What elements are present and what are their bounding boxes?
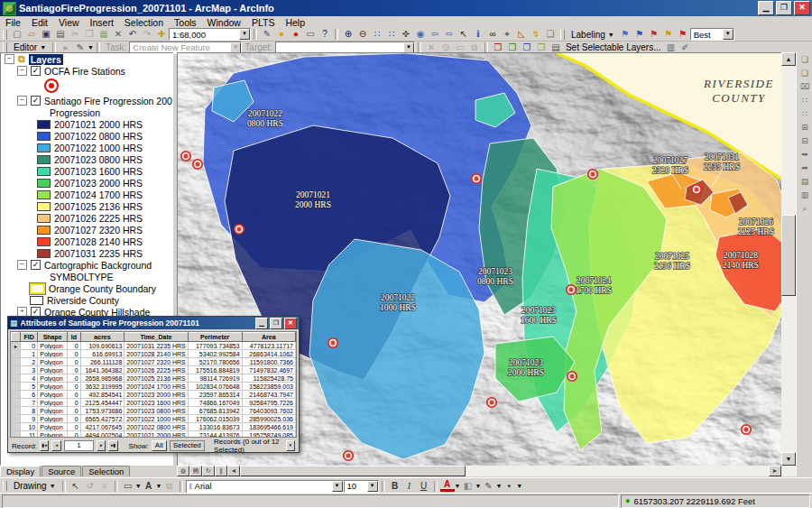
label-engine-dropdown-icon[interactable]: ▼	[723, 29, 734, 40]
legend-swatch[interactable]	[37, 226, 51, 235]
text-dropdown-icon[interactable]: ▼	[156, 483, 162, 489]
label-manager-button[interactable]: ⚑	[618, 29, 632, 41]
pan-button[interactable]: ✜	[399, 29, 413, 41]
column-header-time_date[interactable]: Time_Date	[125, 333, 188, 342]
show-selected-button[interactable]: Selected	[170, 440, 205, 451]
row-selector[interactable]	[12, 366, 21, 374]
table-cell[interactable]: 115825428.75	[242, 374, 295, 383]
labeling-menu-button[interactable]: Labeling▼	[567, 30, 618, 40]
table-cell[interactable]: Polygon	[38, 358, 68, 366]
table-cell[interactable]: 0	[68, 342, 81, 350]
toc-item-symbol[interactable]	[1, 77, 172, 95]
toc-item-20071025-2136-hrs[interactable]: 20071025 2136 HRS	[1, 200, 172, 212]
table-cell[interactable]: 0	[68, 350, 81, 358]
toc-tab-display[interactable]: Display	[0, 466, 41, 476]
record-number-input[interactable]: 1	[64, 440, 94, 451]
fire-station-marker[interactable]	[588, 170, 597, 179]
plts-right-tool-button-4[interactable]: ∷	[798, 94, 812, 106]
table-cell[interactable]: 98114.726919	[188, 374, 242, 383]
go-to-xy-button[interactable]: ⌖	[500, 29, 514, 41]
new-shape-button[interactable]: ▭	[121, 480, 135, 492]
table-cell[interactable]: 20071028 2140 HRS	[125, 350, 188, 358]
new-rectangle-button[interactable]: ▭	[303, 29, 318, 41]
toc-item-20071031-2235-hrs[interactable]: 20071031 2235 HRS	[1, 247, 172, 259]
table-cell[interactable]: Polygon	[38, 383, 68, 391]
toc-tab-selection[interactable]: Selection	[82, 466, 130, 476]
map-vertical-scrollbar[interactable]: ▲ ▼	[781, 52, 796, 476]
plts-right-tool-button-12[interactable]: ⌕	[798, 202, 812, 215]
table-cell[interactable]: 0	[68, 407, 81, 415]
column-header-shape[interactable]: Shape	[38, 333, 68, 342]
lock-labels-button[interactable]: ⚑	[661, 29, 676, 41]
table-cell[interactable]: 76403093.7602	[242, 407, 295, 415]
table-cell[interactable]: 92584795.7226	[242, 399, 295, 407]
map-horizontal-scrollbar[interactable]: ◍ ▤ ↻ ∥ ◄ ►	[177, 466, 781, 476]
table-cell[interactable]: 616.69913	[80, 350, 125, 358]
font-color-dropdown-icon[interactable]: ▼	[455, 483, 461, 489]
save-button[interactable]: ▣	[39, 29, 53, 41]
toc-item-20071026-2225-hrs[interactable]: 20071026 2225 HRS	[1, 212, 172, 224]
toc-item-20071023-0800-hrs[interactable]: 20071023 0800 HRS	[1, 153, 172, 165]
last-record-button[interactable]: ▸▮	[108, 440, 117, 451]
toc-item-symboltype[interactable]: SYMBOLTYPE	[1, 271, 172, 282]
font-dropdown-icon[interactable]: ▼	[332, 481, 343, 492]
legend-swatch[interactable]	[37, 143, 51, 152]
toc-item-20071024-1700-hrs[interactable]: 20071024 1700 HRS	[1, 189, 172, 200]
whats-this-button[interactable]: ?	[318, 29, 332, 41]
table-cell[interactable]: 4	[21, 374, 38, 383]
forward-extent-button[interactable]: ⇨	[442, 29, 457, 41]
toc-item-cartographic-background[interactable]: −✓Cartographic Background	[1, 259, 172, 271]
legend-swatch[interactable]	[37, 167, 51, 176]
menu-selection[interactable]: Selection	[119, 17, 169, 28]
toc-item-20071027-2320-hrs[interactable]: 20071027 2320 HRS	[1, 224, 172, 236]
undo-button[interactable]: ↶	[125, 29, 140, 41]
table-cell[interactable]: 20071022 1000 HRS	[125, 415, 188, 423]
table-cell[interactable]: 133016.83673	[188, 423, 242, 431]
scroll-up-icon[interactable]: ▲	[781, 52, 796, 66]
label-priority-ranking-button[interactable]: ⚑	[632, 29, 647, 41]
fire-station-marker[interactable]	[487, 398, 496, 407]
table-cell[interactable]: 26863414.1062	[242, 350, 295, 358]
scroll-right-icon[interactable]: ►	[769, 466, 781, 476]
expander-icon[interactable]: −	[17, 96, 27, 106]
menu-plts[interactable]: PLTS	[246, 17, 280, 28]
table-cell[interactable]: 20071027 2320 HRS	[125, 358, 188, 366]
menu-view[interactable]: View	[53, 17, 85, 28]
table-cell[interactable]: 0	[68, 391, 81, 399]
table-cell[interactable]: 11	[21, 431, 38, 439]
plts-right-tool-button-5[interactable]: ∷	[798, 107, 812, 120]
column-header-area[interactable]: Area	[242, 333, 295, 342]
toc-item-20071021-2000-hrs[interactable]: 20071021 2000 HRS	[1, 118, 172, 130]
toc-tab-source[interactable]: Source	[42, 466, 81, 476]
fill-color-dropdown-icon[interactable]: ▼	[475, 483, 481, 489]
table-cell[interactable]: 0	[68, 399, 81, 407]
table-cell[interactable]: 6565.427572	[80, 415, 125, 423]
table-cell[interactable]: 0	[68, 374, 81, 383]
table-cell[interactable]: 4217.067645	[80, 423, 125, 431]
zoom-out-button[interactable]: ⊖	[355, 29, 370, 41]
toolbar-grip[interactable]	[3, 30, 7, 40]
row-selector[interactable]	[12, 399, 21, 407]
table-cell[interactable]: 52170.780656	[188, 358, 242, 366]
legend-swatch[interactable]	[37, 202, 51, 211]
legend-swatch[interactable]	[37, 120, 51, 129]
plts-right-tool-button-1[interactable]: ❏	[798, 53, 812, 66]
row-selector[interactable]	[12, 431, 21, 439]
table-cell[interactable]: Polygon	[38, 407, 68, 415]
layer-checkbox[interactable]: ✓	[31, 260, 41, 270]
row-selector[interactable]: ▸	[12, 342, 21, 350]
row-selector[interactable]	[12, 423, 21, 431]
table-options-icon[interactable]: ▾	[286, 440, 295, 451]
underline-button[interactable]: U	[417, 480, 431, 492]
editor-menu-button[interactable]: Editor▼	[10, 42, 50, 52]
table-cell[interactable]: Polygon	[38, 423, 68, 431]
italic-button[interactable]: I	[402, 480, 417, 492]
fire-station-marker[interactable]	[472, 174, 481, 183]
shape-dropdown-icon[interactable]: ▼	[135, 483, 142, 489]
add-data-button[interactable]: ✚	[154, 29, 169, 41]
table-cell[interactable]: Polygon	[38, 399, 68, 407]
font-size-dropdown-icon[interactable]: ▼	[367, 481, 378, 492]
layout-view-button[interactable]: ▤	[189, 466, 202, 476]
fire-station-marker[interactable]	[235, 225, 244, 234]
column-header-perimeter[interactable]: Perimeter	[188, 333, 242, 342]
